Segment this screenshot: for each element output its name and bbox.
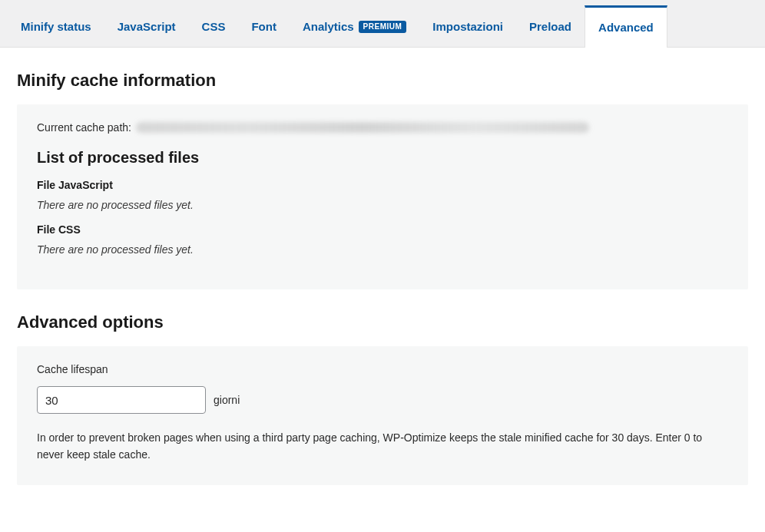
tab-bar: Minify status JavaScript CSS Font Analyt… bbox=[0, 0, 765, 48]
tab-impostazioni[interactable]: Impostazioni bbox=[419, 5, 516, 47]
tab-label: Advanced bbox=[598, 21, 654, 34]
tab-label: Analytics bbox=[303, 20, 354, 33]
tab-label: Preload bbox=[529, 20, 571, 33]
tab-analytics[interactable]: Analytics PREMIUM bbox=[290, 5, 419, 47]
section-heading-advanced-options: Advanced options bbox=[17, 312, 748, 332]
tab-advanced[interactable]: Advanced bbox=[585, 5, 667, 48]
cache-path-value-redacted bbox=[136, 122, 589, 133]
file-css-heading: File CSS bbox=[37, 223, 728, 236]
cache-path-row: Current cache path: bbox=[37, 121, 728, 134]
cache-lifespan-input[interactable] bbox=[37, 386, 206, 414]
premium-badge: PREMIUM bbox=[359, 21, 407, 33]
tab-label: CSS bbox=[202, 20, 226, 33]
advanced-options-panel: Cache lifespan giorni In order to preven… bbox=[17, 346, 748, 485]
tab-label: Minify status bbox=[21, 20, 91, 33]
cache-path-label: Current cache path: bbox=[37, 121, 131, 134]
cache-info-panel: Current cache path: List of processed fi… bbox=[17, 104, 748, 289]
file-css-empty: There are no processed files yet. bbox=[37, 243, 728, 256]
section-heading-cache-info: Minify cache information bbox=[17, 71, 748, 91]
file-js-empty: There are no processed files yet. bbox=[37, 199, 728, 211]
processed-files-heading: List of processed files bbox=[37, 149, 728, 167]
tab-javascript[interactable]: JavaScript bbox=[104, 5, 189, 47]
tab-preload[interactable]: Preload bbox=[516, 5, 585, 47]
tab-minify-status[interactable]: Minify status bbox=[8, 5, 104, 47]
tab-label: Impostazioni bbox=[432, 20, 503, 33]
tab-content: Minify cache information Current cache p… bbox=[0, 48, 765, 508]
tab-font[interactable]: Font bbox=[238, 5, 289, 47]
tab-label: JavaScript bbox=[118, 20, 176, 33]
cache-lifespan-label: Cache lifespan bbox=[37, 363, 728, 375]
tab-label: Font bbox=[251, 20, 276, 33]
cache-lifespan-unit: giorni bbox=[214, 394, 240, 406]
cache-lifespan-row: giorni bbox=[37, 386, 728, 414]
tab-css[interactable]: CSS bbox=[189, 5, 239, 47]
cache-lifespan-help: In order to prevent broken pages when us… bbox=[37, 429, 728, 464]
file-js-heading: File JavaScript bbox=[37, 179, 728, 191]
